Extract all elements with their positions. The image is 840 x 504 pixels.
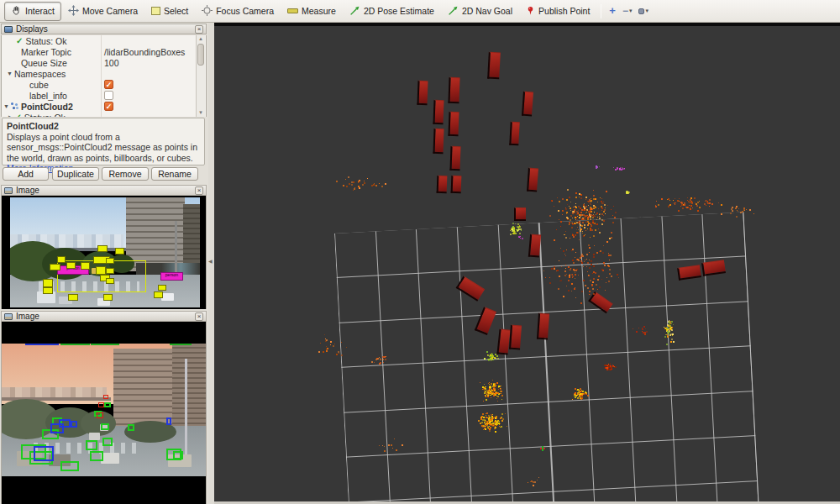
- point-cloud-point: [515, 223, 516, 224]
- point-cloud-point: [671, 339, 673, 340]
- image-panel-1-titlebar: Image ×: [1, 185, 207, 196]
- tree-row-cube[interactable]: cube✓: [2, 79, 206, 90]
- point-cloud-point: [330, 344, 331, 345]
- tree-row-pointcloud2[interactable]: ▼PointCloud2✓: [2, 101, 206, 112]
- point-cloud-point: [481, 422, 483, 423]
- tool-publish-point[interactable]: Publish Point: [519, 2, 596, 21]
- point-cloud-point: [601, 219, 603, 221]
- tree-row-status-ok[interactable]: ✓Status: Ok: [2, 35, 206, 46]
- point-cloud-point: [580, 398, 580, 399]
- point-cloud-point: [601, 198, 602, 199]
- point-cloud-point: [615, 212, 617, 213]
- point-cloud-point: [583, 280, 585, 281]
- expander-icon[interactable]: ▶: [8, 114, 13, 118]
- add-button[interactable]: Add: [3, 167, 49, 181]
- close-icon[interactable]: ×: [195, 186, 203, 195]
- tree-row-label-info[interactable]: label_info: [2, 90, 206, 101]
- tool-interact[interactable]: Interact: [4, 2, 61, 21]
- point-cloud-point: [607, 367, 609, 369]
- point-cloud-point: [584, 227, 585, 228]
- tool-select[interactable]: Select: [144, 3, 195, 19]
- point-cloud-point: [593, 214, 594, 215]
- tool-measure[interactable]: Measure: [281, 3, 343, 19]
- panel-splitter[interactable]: ◀: [208, 23, 214, 504]
- tool-2d-pose-estimate[interactable]: 2D Pose Estimate: [343, 2, 441, 21]
- point-cloud-point: [501, 393, 501, 394]
- point-cloud-point: [610, 255, 612, 256]
- point-cloud-point: [484, 384, 485, 385]
- tool-options-button[interactable]: ▾: [635, 6, 652, 16]
- point-cloud-point: [575, 207, 577, 208]
- rename-button[interactable]: Rename: [151, 167, 198, 181]
- close-icon[interactable]: ×: [195, 312, 203, 321]
- point-cloud-point: [684, 202, 685, 204]
- point-cloud-point: [581, 291, 583, 292]
- remove-button[interactable]: Remove: [102, 167, 149, 181]
- 3d-viewport[interactable]: [214, 23, 840, 504]
- point-cloud-point: [591, 198, 591, 199]
- point-cloud-point: [595, 216, 596, 217]
- point-cloud-point: [488, 415, 490, 417]
- point-cloud-point: [589, 247, 591, 249]
- checkbox-checked[interactable]: ✓: [104, 102, 113, 111]
- point-cloud-point: [738, 211, 738, 212]
- point-cloud-point: [483, 429, 484, 430]
- point-cloud-point: [565, 208, 567, 210]
- point-cloud-point: [692, 207, 693, 208]
- scroll-up-icon[interactable]: ▲: [197, 35, 205, 43]
- collapse-arrow-icon[interactable]: ◀: [208, 258, 213, 264]
- point-cloud-point: [501, 417, 502, 418]
- tree-row-marker-topic[interactable]: Marker Topic/lidarBoundingBoxes: [2, 46, 206, 57]
- point-cloud-point: [599, 218, 601, 219]
- point-cloud-point: [545, 277, 546, 278]
- duplicate-button[interactable]: Duplicate: [52, 167, 99, 181]
- tree-scrollbar[interactable]: ▲ ▼: [196, 35, 205, 117]
- point-cloud-point: [604, 220, 605, 221]
- point-cloud-point: [580, 228, 582, 230]
- tool-move-camera[interactable]: Move Camera: [61, 2, 144, 21]
- point-cloud-point: [577, 232, 579, 234]
- remove-tool-minus-button[interactable]: −▾: [619, 5, 636, 17]
- point-cloud-point: [590, 280, 591, 281]
- point-cloud-point: [585, 221, 587, 223]
- tree-row-value[interactable]: /lidarBoundingBoxes: [104, 47, 185, 57]
- close-icon[interactable]: ×: [195, 25, 203, 34]
- scroll-down-icon[interactable]: ▼: [197, 109, 205, 117]
- tree-row-status-ok[interactable]: ▶✓Status: Ok: [2, 112, 206, 117]
- tree-row-label: Queue Size: [21, 58, 67, 68]
- checkbox-checked[interactable]: ✓: [104, 80, 113, 89]
- point-cloud-point: [690, 197, 692, 199]
- point-cloud-point: [576, 213, 578, 215]
- point-cloud-point: [590, 208, 591, 210]
- point-cloud-point: [598, 228, 599, 229]
- point-cloud-point: [571, 250, 572, 251]
- point-cloud-point: [669, 200, 670, 201]
- point-cloud-point: [562, 198, 564, 200]
- point-cloud-point: [575, 388, 576, 390]
- point-cloud-point: [495, 431, 496, 433]
- point-cloud-point: [507, 426, 507, 427]
- point-cloud-point: [593, 195, 595, 197]
- tree-row-queue-size[interactable]: Queue Size100: [2, 57, 206, 68]
- point-cloud-point: [671, 321, 673, 323]
- tree-row-value[interactable]: 100: [104, 58, 119, 68]
- point-cloud-point: [584, 218, 585, 220]
- camera-image-1: personperson: [10, 197, 200, 307]
- checkbox-unchecked[interactable]: [104, 91, 113, 100]
- point-cloud-point: [575, 396, 576, 398]
- scroll-thumb[interactable]: [197, 44, 204, 66]
- tool-focus-camera[interactable]: Focus Camera: [195, 2, 281, 21]
- vehicle: [161, 293, 174, 301]
- tree-row-namespaces[interactable]: ▼Namespaces: [2, 68, 206, 79]
- expander-icon[interactable]: ▼: [3, 103, 9, 109]
- tool-label: Move Camera: [82, 6, 138, 16]
- point-cloud-point: [573, 269, 575, 270]
- point-cloud-point: [531, 480, 533, 482]
- add-tool-plus-button[interactable]: +: [606, 5, 619, 17]
- displays-panel-titlebar: Displays ×: [1, 24, 207, 34]
- point-cloud-point: [570, 269, 571, 270]
- point-cloud-point: [486, 417, 487, 418]
- expander-icon[interactable]: ▼: [7, 71, 13, 76]
- point-cloud-point: [496, 417, 496, 418]
- tool-2d-nav-goal[interactable]: 2D Nav Goal: [441, 2, 519, 21]
